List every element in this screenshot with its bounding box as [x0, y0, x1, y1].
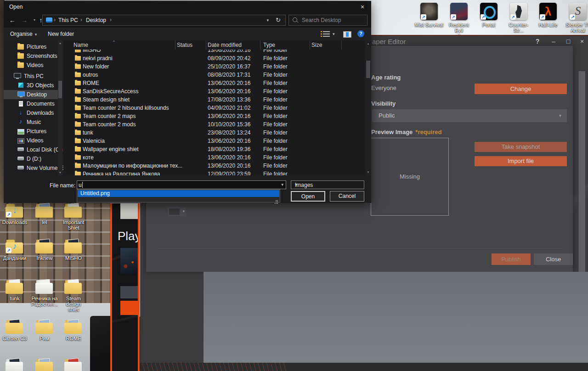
sidebar-item-pictures-2[interactable]: Pictures [4, 127, 58, 136]
minimize-icon[interactable]: – [548, 36, 560, 47]
desktop-icon-important-shiet[interactable]: Important Shiet [59, 204, 88, 230]
desktop-icon-mist-survival[interactable]: ↗ Mist Survival [414, 3, 444, 28]
column-header-name[interactable]: Name [74, 42, 88, 48]
refresh-icon[interactable]: ↻ [276, 15, 281, 25]
file-row[interactable]: Team counter 2 hitsound killsounds 04/09… [65, 104, 365, 112]
visibility-select[interactable]: Public ▾ [372, 109, 567, 122]
scroll-up-icon[interactable]: ▴ [58, 41, 62, 45]
back-icon[interactable]: ← [7, 16, 17, 25]
file-row[interactable]: Valenicia 13/06/2020 20:16 File folder [65, 137, 365, 145]
scroll-down-icon[interactable]: ▾ [365, 170, 371, 174]
file-name-combobox[interactable]: ▾ [77, 180, 286, 189]
sidebar-item-pictures[interactable]: Pictures [4, 42, 58, 51]
desktop-icon-rim[interactable]: Рим [30, 320, 59, 341]
file-row[interactable]: MISHO 13/06/2020 20:16 File folder [65, 50, 365, 54]
sidebar-item-local-disk-c[interactable]: Local Disk (C:) [4, 145, 58, 154]
file-list-scrollbar[interactable]: ▴ ▾ [365, 40, 371, 175]
sidebar-item-screenshots[interactable]: Screenshots [4, 51, 58, 61]
file-row[interactable]: Steam design shiet 17/08/2020 13:36 File… [65, 96, 365, 104]
sidebar-item-videos-2[interactable]: Videos [4, 136, 58, 145]
wallpaper-thumbnail[interactable] [120, 248, 138, 274]
file-name-input[interactable] [79, 181, 276, 188]
sidebar-scrollbar[interactable]: ▴ ▾ [58, 40, 62, 175]
publish-button[interactable]: Publish [492, 253, 531, 265]
desktop-icon-inknew[interactable]: Inknew [30, 240, 59, 261]
sidebar-item-new-volume-e[interactable]: New Volume (E: [4, 163, 58, 173]
strip-button-orange[interactable] [120, 301, 138, 315]
address-bar[interactable]: › This PC › Desktop › ▾ ↻ [42, 15, 286, 26]
desktop-icon-rome[interactable]: ROME [59, 320, 88, 341]
file-row[interactable]: Team counter 2 maps 13/06/2020 20:16 Fil… [65, 112, 365, 120]
desktop-icon-slender[interactable]: S ↗ Slender Th Arrival [563, 3, 588, 33]
resize-grip-icon[interactable] [275, 198, 278, 201]
close-icon[interactable]: × [576, 36, 588, 47]
desktop-icon-rechnika[interactable]: Речника на Радостин... [30, 280, 59, 307]
file-row[interactable]: nekvi pradni 08/09/2020 20:42 File folde… [65, 54, 365, 62]
desktop-icon-cut-3[interactable] [59, 359, 88, 371]
file-row[interactable]: коте 13/06/2020 20:16 File folder [65, 153, 365, 162]
scroll-up-icon[interactable]: ▴ [365, 42, 371, 45]
sidebar-item-this-pc[interactable]: This PC [4, 72, 58, 81]
desktop-icon-half-life[interactable]: λ ↗ Half-Life [533, 3, 563, 28]
desktop-icon-tunk[interactable]: tunk [0, 280, 29, 301]
scroll-down-icon[interactable]: ▾ [58, 171, 62, 174]
sidebar-item-downloads[interactable]: ↓Downloads [4, 108, 58, 118]
dialog-titlebar[interactable]: Open × [4, 1, 371, 13]
change-button[interactable]: Change [475, 84, 567, 94]
view-details-icon[interactable] [323, 31, 330, 37]
open-button[interactable]: Open [291, 191, 325, 202]
wallpaper-thumbnail[interactable] [120, 203, 138, 219]
desktop-icon-citroen-c3[interactable]: Citroen C3 [0, 320, 29, 341]
file-row[interactable]: outros 08/08/2020 17:31 File folder [65, 71, 365, 79]
file-row[interactable]: tunk 23/08/2020 13:24 File folder [65, 129, 365, 137]
editor-scrollbar[interactable] [578, 71, 585, 272]
preview-pane-icon[interactable] [343, 31, 351, 38]
help-icon[interactable]: ? [357, 30, 364, 37]
sidebar-item-d-drive[interactable]: D (D:) [4, 154, 58, 163]
search-input[interactable] [301, 16, 366, 25]
file-row[interactable]: Wallpaper engine shiet 18/08/2020 19:36 … [65, 145, 365, 153]
sidebar-item-3d-objects[interactable]: 3D Objects [4, 81, 58, 90]
view-options-icon[interactable]: ▾ [333, 32, 335, 36]
sidebar-item-videos[interactable]: Videos [4, 61, 58, 70]
list-scroll-thumb[interactable] [366, 61, 370, 78]
breadcrumb-this-pc[interactable]: This PC [58, 15, 78, 25]
file-row[interactable]: Team counter 2 mods 10/10/2020 15:36 Fil… [65, 120, 365, 129]
forward-icon[interactable]: → [19, 16, 29, 25]
sidebar-item-desktop[interactable]: Desktop [4, 90, 58, 99]
sidebar-scroll-thumb[interactable] [58, 81, 62, 98]
new-folder-button[interactable]: New folder [48, 31, 74, 37]
help-icon[interactable]: ? [531, 36, 543, 47]
strip-button-gray[interactable] [120, 286, 138, 298]
sidebar-item-music[interactable]: ♪Music [4, 118, 58, 127]
column-header-date-modified[interactable]: Date modified [208, 42, 242, 48]
file-row[interactable]: New folder 25/10/2020 16:37 File folder [65, 62, 365, 71]
autocomplete-suggestion[interactable]: Untitled.png [78, 190, 279, 197]
desktop-icon-cut-1[interactable] [0, 359, 29, 371]
desktop-icon-misho[interactable]: MISHO [59, 240, 88, 261]
take-snapshot-button[interactable]: Take snapshot [475, 142, 567, 152]
close-button[interactable]: Close [534, 253, 573, 265]
desktop-icon-portal[interactable]: ↗ Portal [474, 3, 503, 28]
file-row[interactable]: Малоумщини по информационни тех... 13/06… [65, 162, 365, 170]
file-type-select[interactable]: Images ▾ [291, 180, 364, 189]
breadcrumb-desktop[interactable]: Desktop [86, 15, 106, 25]
combo-sliver[interactable]: ▾ [168, 207, 186, 216]
file-row[interactable]: SanDiskSecureAccess 13/06/2020 20:16 Fil… [65, 87, 365, 96]
address-dropdown-icon[interactable]: ▾ [266, 15, 269, 25]
desktop-icon-downloads[interactable]: ↓ ↗ Downloads [0, 204, 29, 225]
import-file-button[interactable]: Import file [475, 156, 567, 166]
maximize-icon[interactable]: □ [562, 36, 574, 47]
desktop-icon-resident-evil-2[interactable]: ↗ Resident Evil 2 [444, 3, 474, 39]
desktop-icon-counter-strike[interactable]: ↗ Counter-Str... [504, 3, 533, 33]
column-header-size[interactable]: Size [311, 42, 322, 48]
file-row[interactable]: ROME 13/06/2020 20:16 File folder [65, 79, 365, 87]
desktop-icon-lel[interactable]: lel [30, 204, 59, 225]
sidebar-item-documents[interactable]: Documents [4, 99, 58, 108]
search-box[interactable] [288, 15, 368, 26]
organise-menu[interactable]: Organise▾ [10, 31, 37, 37]
desktop-icon-dandanii[interactable]: ♪ ↗ Дандании [0, 240, 29, 261]
desktop-icon-cut-2[interactable] [30, 359, 59, 371]
cancel-button[interactable]: Cancel [330, 191, 364, 202]
column-header-status[interactable]: Status [177, 42, 192, 48]
